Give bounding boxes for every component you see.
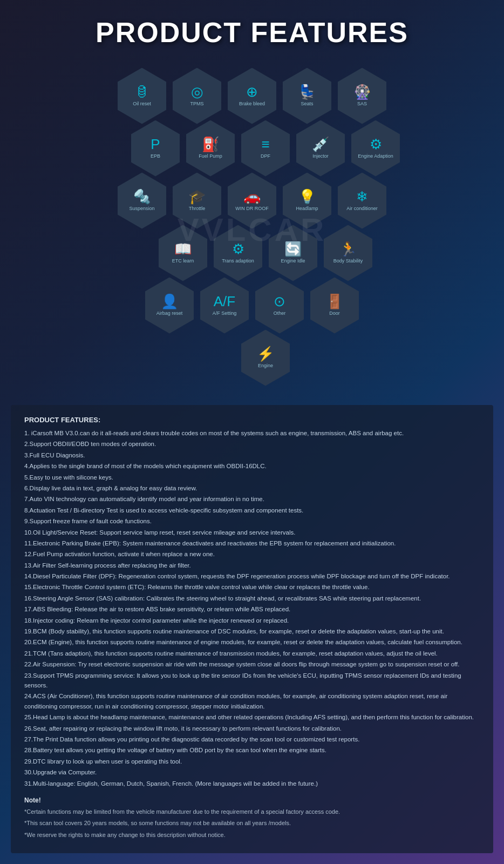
engine-idle-label: Engine Idle: [281, 258, 305, 264]
air-conditioner-icon: ❄: [356, 190, 368, 204]
air-conditioner-label: Air conditioner: [346, 206, 378, 212]
feature-item-15: 15.Electronic Throttle Control system (E…: [24, 582, 480, 592]
af-setting-icon: A/F: [214, 294, 235, 308]
notes-list: *Certain functions may be limited from t…: [24, 807, 480, 840]
feature-item-7: 7.Auto VIN technology can automatically …: [24, 494, 480, 504]
seats-icon: 💺: [298, 85, 316, 99]
win-dr-roof-label: WIN DR ROOF: [235, 206, 269, 212]
feature-item-28: 28.Battery test allows you getting the v…: [24, 745, 480, 755]
feature-item-1: 1. iCarsoft MB V3.0.can do it all-reads …: [24, 428, 480, 438]
tpms-icon: ◎: [191, 85, 203, 99]
feature-item-13: 13.Air Filter Self-learning process afte…: [24, 561, 480, 570]
features-section: PRODUCT FEATURES: 1. iCarsoft MB V3.0.ca…: [11, 405, 493, 853]
engine-adaption-icon: ⚙: [370, 137, 382, 151]
feature-item-18: 18.Injector coding: Relearn the injector…: [24, 616, 480, 625]
hex-item-engine[interactable]: ⚡Engine: [239, 327, 292, 389]
features-title: PRODUCT FEATURES:: [24, 416, 480, 424]
feature-item-12: 12.Fuel Pump activation function, activa…: [24, 549, 480, 559]
feature-item-14: 14.Diesel Particulate Filter (DPF): Rege…: [24, 571, 480, 581]
note-section: Note! *Certain functions may be limited …: [24, 796, 480, 840]
brake-bleed-icon: ⊕: [246, 85, 258, 99]
engine-idle-icon: 🔄: [284, 242, 302, 256]
other-label: Other: [274, 310, 286, 316]
feature-item-25: 25.Head Lamp is about the headlamp maint…: [24, 712, 480, 722]
dpf-label: DPF: [261, 153, 270, 159]
feature-icons-grid: 🛢Oil reset◎TPMS⊕Brake bleed💺Seats🎡SASPEP…: [0, 59, 504, 400]
suspension-label: Suspension: [129, 206, 154, 212]
epb-label: EPB: [151, 153, 160, 159]
feature-item-17: 17.ABS Bleeding: Release the air to rest…: [24, 604, 480, 614]
hex-item-airbag-reset[interactable]: 👤Airbag reset: [142, 274, 196, 336]
page-title: PRODUCT FEATURES: [0, 0, 504, 59]
note-item-3: *We reserve the rights to make any chang…: [24, 831, 480, 840]
throttle-label: Throttle: [189, 206, 206, 212]
injector-label: Injector: [312, 153, 329, 159]
body-stability-label: Body Stability: [333, 258, 363, 264]
feature-item-23: 23.Support TPMS programming service: It …: [24, 671, 480, 691]
hex-row-6: ⚡Engine: [43, 327, 488, 389]
trans-adaption-label: Trans adaption: [222, 258, 254, 264]
feature-item-2: 2.Support OBDII/EOBD ten modes of operat…: [24, 439, 480, 449]
headlamp-icon: 💡: [298, 190, 316, 204]
other-icon: ⊙: [274, 294, 285, 308]
feature-item-11: 11.Electronic Parking Brake (EPB): Syste…: [24, 538, 480, 548]
suspension-icon: 🔩: [133, 190, 151, 204]
seats-label: Seats: [301, 101, 313, 107]
af-setting-label: A/F Setting: [213, 310, 237, 316]
fuel-pump-label: Fuel Pump: [199, 153, 222, 159]
etc-learn-icon: 📖: [174, 242, 192, 256]
features-list: 1. iCarsoft MB V3.0.can do it all-reads …: [24, 428, 480, 788]
sas-icon: 🎡: [353, 85, 371, 99]
note-title: Note!: [24, 796, 480, 804]
feature-item-19: 19.BCM (Body stability), this function s…: [24, 626, 480, 636]
win-dr-roof-icon: 🚗: [243, 190, 261, 204]
feature-item-27: 27.The Print Data function allows you pr…: [24, 734, 480, 744]
door-icon: 🚪: [326, 294, 343, 308]
feature-item-8: 8.Actuation Test / Bi-directory Test is …: [24, 505, 480, 515]
injector-icon: 💉: [312, 137, 329, 151]
tpms-label: TPMS: [190, 101, 203, 107]
engine-adaption-label: Engine Adaption: [358, 153, 393, 159]
etc-learn-label: ETC learn: [172, 258, 194, 264]
door-label: Door: [329, 310, 340, 316]
feature-item-26: 26.Seat, after repairing or replacing th…: [24, 724, 480, 733]
fuel-pump-icon: ⛽: [202, 137, 219, 151]
trans-adaption-icon: ⚙: [232, 242, 244, 256]
epb-icon: P: [151, 137, 160, 151]
feature-item-31: 31.Multi-language: English, German, Dutc…: [24, 779, 480, 788]
feature-item-5: 5.Easy to use with silicone keys.: [24, 473, 480, 482]
oil-reset-label: Oil reset: [133, 101, 151, 107]
note-item-1: *Certain functions may be limited from t…: [24, 807, 480, 817]
feature-item-29: 29.DTC library to look up when user is o…: [24, 757, 480, 766]
note-item-2: *This scan tool covers 20 years models, …: [24, 819, 480, 828]
feature-item-10: 10.Oil Light/Service Reset: Support serv…: [24, 528, 480, 537]
hex-item-door[interactable]: 🚪Door: [308, 274, 362, 336]
throttle-icon: 🎓: [188, 190, 206, 204]
headlamp-label: Headlamp: [296, 206, 318, 212]
feature-item-20: 20.ECM (Engine), this function supports …: [24, 637, 480, 647]
sas-label: SAS: [357, 101, 367, 107]
feature-item-3: 3.Full ECU Diagnosis.: [24, 450, 480, 460]
feature-item-9: 9.Support freeze frame of fault code fun…: [24, 516, 480, 526]
brake-bleed-label: Brake bleed: [239, 101, 265, 107]
feature-item-21: 21.TCM (Tans adaption), this function su…: [24, 649, 480, 658]
engine-icon: ⚡: [257, 347, 274, 361]
airbag-reset-icon: 👤: [161, 294, 178, 308]
feature-item-16: 16.Steering Angle Sensor (SAS) calibrati…: [24, 593, 480, 603]
engine-label: Engine: [258, 363, 273, 369]
airbag-reset-label: Airbag reset: [156, 310, 183, 316]
feature-item-6: 6.Display live data in text, graph & ana…: [24, 483, 480, 493]
feature-item-4: 4.Applies to the single brand of most of…: [24, 461, 480, 471]
feature-item-22: 22.Air Suspension: Try reset electronic …: [24, 659, 480, 669]
feature-item-30: 30.Upgrade via Computer.: [24, 767, 480, 777]
feature-item-24: 24.ACS (Air Conditioner), this function …: [24, 691, 480, 711]
body-stability-icon: 🏃: [339, 242, 357, 256]
dpf-icon: ≡: [261, 137, 269, 151]
oil-reset-icon: 🛢: [135, 85, 149, 99]
